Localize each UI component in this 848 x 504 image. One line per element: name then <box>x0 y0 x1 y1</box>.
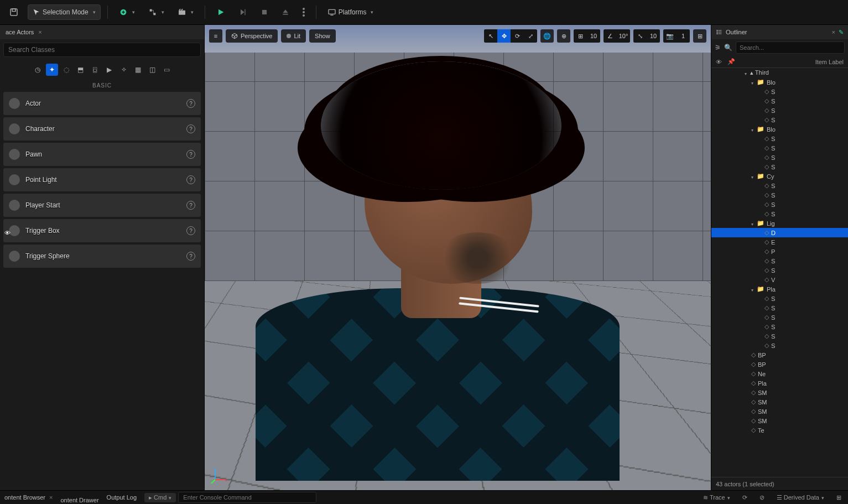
place-actors-tab[interactable]: ace Actors × <box>0 25 204 39</box>
geometry-icon[interactable]: ▦ <box>132 64 144 76</box>
scale-snap-value[interactable]: 10 <box>647 29 660 43</box>
grid-snap-icon[interactable]: ⊞ <box>574 29 587 43</box>
scale-snap-icon[interactable]: ⤡ <box>633 29 647 43</box>
outliner-tab[interactable]: Outliner × ✎ <box>711 25 848 39</box>
pin-column-icon[interactable]: 📌 <box>727 58 735 65</box>
tree-row[interactable]: ◇ S <box>711 303 848 313</box>
help-icon[interactable]: ? <box>186 99 195 108</box>
trace-dropdown[interactable]: ≋ Trace <box>701 494 732 501</box>
camera-speed-value[interactable]: 1 <box>677 29 690 43</box>
actor-item[interactable]: Character? <box>3 117 201 141</box>
search-icon[interactable]: 🔍 <box>724 44 732 51</box>
media-icon[interactable]: ▶ <box>103 64 116 76</box>
tree-row[interactable]: ◇ BP <box>711 350 848 360</box>
tree-row[interactable]: 📁 Blo <box>711 124 848 134</box>
tree-row[interactable]: 👁◇ D <box>711 228 848 237</box>
volumes-icon[interactable]: ◫ <box>147 64 159 76</box>
tree-row[interactable]: ◇ SM <box>711 407 848 416</box>
viewport-menu-icon[interactable]: ≡ <box>209 29 222 43</box>
tree-row[interactable]: ◇ S <box>711 341 848 350</box>
shapes-icon[interactable]: ⬒ <box>75 64 87 76</box>
close-icon[interactable]: × <box>38 29 41 35</box>
recent-icon[interactable]: ◷ <box>32 64 44 76</box>
help-icon[interactable]: ? <box>186 252 195 261</box>
grid-snap-value[interactable]: 10 <box>587 29 600 43</box>
stop-button[interactable] <box>256 4 273 20</box>
rotate-tool-icon[interactable]: ⟳ <box>511 29 524 43</box>
tree-row[interactable]: 📁 Pla <box>711 284 848 294</box>
revision-control-icon[interactable]: ⟳ <box>740 494 750 501</box>
all-classes-icon[interactable]: ▭ <box>161 64 173 76</box>
tree-row[interactable]: ◇ Pla <box>711 378 848 388</box>
tree-row[interactable]: ◇ S <box>711 256 848 266</box>
more-icon[interactable]: ⊞ <box>834 494 844 501</box>
tree-row[interactable]: ◇ SM <box>711 416 848 425</box>
tree-row[interactable]: 📁 Lig <box>711 219 848 228</box>
actor-item[interactable]: Point Light? <box>3 168 201 191</box>
viewport[interactable]: ≡ Perspective Lit Show ↖ ✥ ⟳ ⤢ 🌐 ⊕ <box>205 25 711 490</box>
tree-row[interactable]: ◇ SM <box>711 397 848 407</box>
coordinate-space-icon[interactable]: 🌐 <box>540 29 554 43</box>
visibility-column-icon[interactable]: 👁 <box>716 59 722 65</box>
help-icon[interactable]: ? <box>186 150 195 159</box>
tree-row[interactable]: ◇ S <box>711 162 848 172</box>
console-input[interactable] <box>178 492 316 503</box>
tree-row[interactable]: ◇ S <box>711 181 848 190</box>
tree-row[interactable]: ◇ P <box>711 247 848 256</box>
tree-row[interactable]: ◇ S <box>711 322 848 331</box>
tree-row[interactable]: ◇ S <box>711 200 848 209</box>
actor-item[interactable]: Trigger Sphere? <box>3 245 201 268</box>
save-icon[interactable] <box>4 4 23 20</box>
perspective-dropdown[interactable]: Perspective <box>226 29 278 43</box>
tree-row[interactable]: ◇ Ne <box>711 369 848 378</box>
actor-item[interactable]: Trigger Box? <box>3 219 201 242</box>
help-icon[interactable]: ? <box>186 226 195 235</box>
item-label-column[interactable]: Item Label <box>815 59 844 65</box>
tree-row[interactable]: ◇ Te <box>711 425 848 435</box>
tree-row[interactable]: ◇ S <box>711 87 848 96</box>
visual-effects-icon[interactable]: ✧ <box>118 64 130 76</box>
tree-row[interactable]: ◇ S <box>711 313 848 322</box>
close-icon[interactable]: × <box>49 494 53 501</box>
actor-item[interactable]: Actor? <box>3 92 201 115</box>
close-icon[interactable]: × <box>832 29 835 35</box>
tree-row[interactable]: ◇ SM <box>711 388 848 397</box>
tree-row[interactable]: ◇ BP <box>711 360 848 369</box>
content-browser-tab[interactable]: ontent Browser × <box>4 494 53 501</box>
lit-dropdown[interactable]: Lit <box>281 29 306 43</box>
sync-icon[interactable]: ⊘ <box>757 494 767 501</box>
lights-icon[interactable]: ◌ <box>60 64 72 76</box>
tree-row[interactable]: ◇ V <box>711 275 848 284</box>
help-icon[interactable]: ? <box>186 124 195 133</box>
viewport-layout-icon[interactable]: ⊞ <box>693 29 706 43</box>
derived-data-dropdown[interactable]: ☰ Derived Data <box>774 494 826 501</box>
show-dropdown[interactable]: Show <box>309 29 336 43</box>
tree-row[interactable]: ◇ S <box>711 209 848 219</box>
tree-row[interactable]: ◇ S <box>711 266 848 275</box>
tree-row[interactable]: ▴ Third <box>711 68 848 77</box>
tree-row[interactable]: ◇ S <box>711 134 848 143</box>
tree-row[interactable]: ◇ S <box>711 294 848 303</box>
tree-row[interactable]: ◇ S <box>711 96 848 106</box>
help-icon[interactable]: ? <box>186 175 195 184</box>
tree-row[interactable]: ◇ S <box>711 153 848 162</box>
translate-tool-icon[interactable]: ✥ <box>497 29 511 43</box>
new-icon[interactable]: ✎ <box>839 29 844 36</box>
outliner-search-input[interactable] <box>736 41 845 54</box>
step-button[interactable] <box>234 4 252 20</box>
tree-row[interactable]: ◇ S <box>711 143 848 153</box>
platforms-dropdown[interactable]: Platforms <box>323 4 378 20</box>
add-content-dropdown[interactable] <box>115 4 139 20</box>
selection-mode-dropdown[interactable]: Selection Mode <box>28 4 101 20</box>
blueprints-dropdown[interactable] <box>144 4 169 20</box>
content-drawer-button[interactable]: ontent Drawer <box>60 497 98 503</box>
eject-button[interactable] <box>277 4 294 20</box>
output-log-button[interactable]: Output Log <box>107 494 137 501</box>
tree-row[interactable]: 📁 Blo <box>711 77 848 87</box>
cinematics-dropdown[interactable] <box>173 4 198 20</box>
tree-row[interactable]: ◇ S <box>711 190 848 200</box>
basic-icon[interactable]: ✦ <box>46 64 58 76</box>
tree-row[interactable]: ◇ E <box>711 237 848 247</box>
camera-speed-icon[interactable]: 📷 <box>663 29 677 43</box>
actor-item[interactable]: Player Start? <box>3 194 201 217</box>
